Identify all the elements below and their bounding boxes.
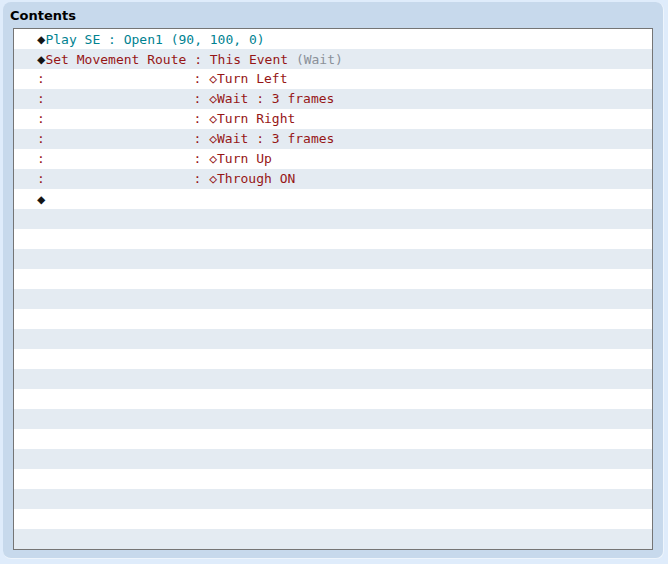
empty-row	[14, 269, 652, 289]
event-command-row[interactable]: : : ◇Through ON	[14, 169, 652, 189]
command-text: : : ◇Through ON	[37, 171, 295, 186]
empty-row	[14, 309, 652, 329]
empty-row	[14, 289, 652, 309]
contents-panel: Contents ◆Play SE : Open1 (90, 100, 0)◆S…	[3, 2, 664, 559]
command-text: : : ◇Turn Left	[37, 71, 287, 86]
command-text: : : ◇Turn Right	[37, 111, 295, 126]
event-command-row[interactable]: ◆	[14, 189, 652, 209]
empty-row	[14, 329, 652, 349]
empty-row	[14, 469, 652, 489]
contents-label: Contents	[10, 8, 76, 23]
event-command-row[interactable]: : : ◇Wait : 3 frames	[14, 129, 652, 149]
event-command-list[interactable]: ◆Play SE : Open1 (90, 100, 0)◆Set Moveme…	[13, 28, 653, 550]
command-text: (Wait)	[296, 52, 343, 67]
empty-row	[14, 369, 652, 389]
event-command-row[interactable]: : : ◇Turn Up	[14, 149, 652, 169]
event-command-row[interactable]: ◆Set Movement Route : This Event (Wait)	[14, 49, 652, 69]
empty-row	[14, 209, 652, 229]
event-command-row[interactable]: : : ◇Wait : 3 frames	[14, 89, 652, 109]
command-text: : : ◇Wait : 3 frames	[37, 91, 334, 106]
empty-row	[14, 389, 652, 409]
empty-row	[14, 349, 652, 369]
empty-row	[14, 449, 652, 469]
command-diamond-icon: ◆	[37, 191, 45, 207]
command-text: : : ◇Turn Up	[37, 151, 272, 166]
empty-row	[14, 409, 652, 429]
event-command-row[interactable]: : : ◇Turn Left	[14, 69, 652, 89]
event-command-row[interactable]: ◆Play SE : Open1 (90, 100, 0)	[14, 29, 652, 49]
event-command-row[interactable]: : : ◇Turn Right	[14, 109, 652, 129]
command-text: : : ◇Wait : 3 frames	[37, 131, 334, 146]
empty-row	[14, 229, 652, 249]
empty-row	[14, 529, 652, 549]
command-text: Play SE : Open1 (90, 100, 0)	[45, 32, 264, 47]
command-text: Set Movement Route : This Event	[45, 52, 295, 67]
empty-row	[14, 429, 652, 449]
empty-row	[14, 489, 652, 509]
empty-row	[14, 249, 652, 269]
empty-row	[14, 509, 652, 529]
